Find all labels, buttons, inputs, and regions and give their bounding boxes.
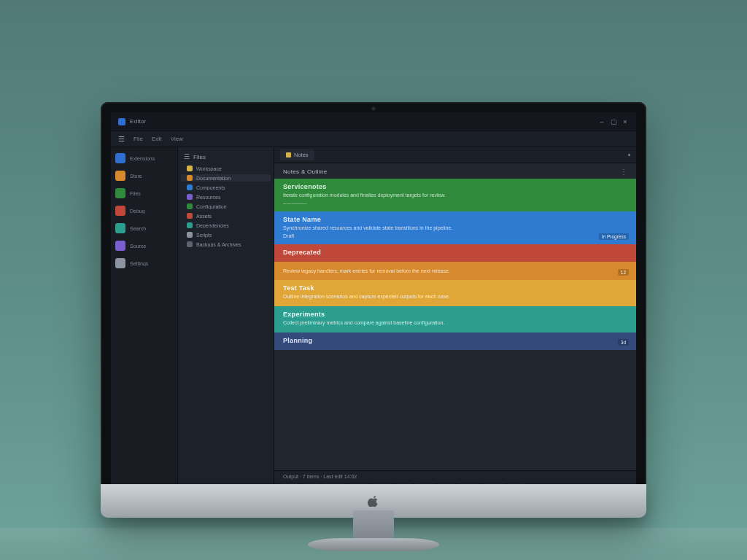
tree-item[interactable]: Backups & Archives bbox=[181, 241, 271, 248]
menu-item[interactable]: Edit bbox=[152, 136, 162, 142]
extensions-icon bbox=[115, 153, 125, 163]
tree-item[interactable]: Configuration bbox=[181, 203, 271, 210]
tree-label: Documentation bbox=[196, 176, 231, 181]
card-badge: 3d bbox=[618, 339, 629, 346]
card-subtext: Iterate configuration modules and finali… bbox=[283, 192, 627, 199]
camera-dot bbox=[371, 106, 376, 111]
explorer-header[interactable]: ☰ Files bbox=[181, 152, 271, 162]
activity-label: Store bbox=[130, 174, 142, 179]
folder-icon bbox=[187, 232, 193, 238]
content-card[interactable]: ExperimentsCollect preliminary metrics a… bbox=[274, 306, 636, 332]
search-icon bbox=[115, 223, 125, 233]
content-card[interactable]: Deprecated bbox=[274, 244, 636, 262]
content-card[interactable]: Test TaskOutline integration scenarios a… bbox=[274, 280, 636, 306]
tree-item[interactable]: Dependencies bbox=[181, 222, 271, 229]
folder-icon bbox=[187, 241, 193, 247]
folder-icon bbox=[187, 222, 193, 228]
card-title: Test Task bbox=[283, 284, 627, 292]
editor-area: Notes Notes & Outline ⋮ ServicenotesIter… bbox=[274, 147, 636, 497]
tab-label: Notes bbox=[294, 152, 309, 158]
document-title: Notes & Outline bbox=[283, 168, 328, 175]
folder-icon bbox=[187, 203, 193, 209]
editor-tab[interactable]: Notes bbox=[280, 149, 314, 160]
activity-item[interactable]: Source bbox=[115, 241, 173, 251]
menu-icon[interactable]: ☰ bbox=[118, 135, 125, 143]
activity-item[interactable]: Files bbox=[115, 188, 173, 198]
card-title: State Name bbox=[283, 216, 627, 223]
activity-item[interactable]: Debug bbox=[115, 206, 173, 216]
card-badge: 12 bbox=[618, 269, 629, 276]
top-menu: ☰ File Edit View bbox=[111, 131, 636, 147]
app-icon bbox=[118, 118, 125, 125]
card-title: Servicenotes bbox=[283, 183, 627, 190]
tree-item[interactable]: Workspace bbox=[181, 165, 271, 172]
card-subtext: Review legacy handlers; mark entries for… bbox=[283, 268, 627, 275]
window-minimize-button[interactable]: – bbox=[598, 118, 605, 125]
card-subtext-2: Draft bbox=[283, 233, 627, 238]
tab-overflow-icon[interactable] bbox=[628, 154, 630, 156]
content-card[interactable]: Planning3d bbox=[274, 332, 636, 350]
card-title: Experiments bbox=[283, 311, 627, 318]
window-title: Editor bbox=[130, 118, 147, 125]
settings-icon bbox=[115, 258, 125, 268]
tab-file-icon bbox=[286, 152, 291, 158]
card-badge: In Progress bbox=[599, 233, 629, 240]
tree-label: Assets bbox=[196, 214, 212, 219]
tree-item[interactable]: Assets bbox=[181, 212, 271, 219]
more-icon[interactable]: ⋮ bbox=[620, 168, 627, 176]
files-icon bbox=[115, 188, 125, 198]
tree-item[interactable]: Components bbox=[181, 184, 271, 191]
folder-icon bbox=[187, 194, 193, 200]
card-subtext-2: -------------- bbox=[283, 201, 627, 206]
monitor-stand-base bbox=[308, 538, 439, 551]
activity-label: Search bbox=[130, 226, 146, 231]
debug-icon bbox=[115, 206, 125, 216]
app-screen: Editor – ▢ × ☰ File Edit View Extensions… bbox=[111, 112, 636, 497]
activity-item[interactable]: Search bbox=[115, 223, 173, 233]
store-icon bbox=[115, 171, 125, 181]
menu-item[interactable]: View bbox=[171, 136, 183, 142]
tree-label: Configuration bbox=[196, 204, 227, 209]
apple-logo-icon bbox=[368, 495, 379, 507]
card-title: Deprecated bbox=[283, 249, 627, 256]
card-stack: ServicenotesIterate configuration module… bbox=[274, 179, 636, 470]
tree-label: Components bbox=[196, 185, 225, 190]
tree-item[interactable]: Documentation bbox=[181, 174, 271, 182]
activity-bar: ExtensionsStoreFilesDebugSearchSourceSet… bbox=[111, 147, 178, 497]
tree-label: Backups & Archives bbox=[196, 242, 241, 247]
folder-icon bbox=[187, 175, 193, 181]
tree-item[interactable]: Resources bbox=[181, 193, 271, 201]
window-close-button[interactable]: × bbox=[622, 118, 629, 125]
card-subtext: Collect preliminary metrics and compare … bbox=[283, 319, 627, 327]
tree-label: Scripts bbox=[196, 233, 212, 238]
window-titlebar: Editor – ▢ × bbox=[111, 112, 636, 131]
activity-label: Debug bbox=[130, 209, 145, 214]
content-card[interactable]: ServicenotesIterate configuration module… bbox=[274, 179, 636, 211]
activity-label: Extensions bbox=[130, 156, 155, 161]
activity-item[interactable]: Store bbox=[115, 171, 173, 181]
activity-label: Source bbox=[130, 244, 146, 249]
tab-bar: Notes bbox=[274, 147, 636, 163]
tree-label: Resources bbox=[196, 195, 220, 200]
file-tree: WorkspaceDocumentationComponentsResource… bbox=[181, 165, 271, 248]
activity-label: Settings bbox=[130, 261, 148, 266]
status-line: Output · 7 items · Last edit 14:02 bbox=[274, 470, 636, 481]
folder-icon bbox=[187, 184, 193, 190]
monitor-frame: Editor – ▢ × ☰ File Edit View Extensions… bbox=[101, 102, 646, 510]
content-card[interactable]: Review legacy handlers; mark entries for… bbox=[274, 262, 636, 281]
explorer-menu-icon: ☰ bbox=[184, 153, 190, 160]
menu-item[interactable]: File bbox=[133, 136, 143, 142]
tree-item[interactable]: Scripts bbox=[181, 231, 271, 238]
window-maximize-button[interactable]: ▢ bbox=[610, 118, 617, 125]
card-subtext: Synchronize shared resources and validat… bbox=[283, 225, 627, 232]
source-icon bbox=[115, 241, 125, 251]
card-title: Planning bbox=[283, 337, 627, 344]
activity-item[interactable]: Settings bbox=[115, 258, 173, 268]
card-subtext: Outline integration scenarios and captur… bbox=[283, 293, 627, 300]
tree-label: Workspace bbox=[196, 166, 222, 171]
content-card[interactable]: State NameSynchronize shared resources a… bbox=[274, 211, 636, 244]
explorer-title: Files bbox=[193, 154, 206, 160]
activity-label: Files bbox=[130, 191, 141, 196]
tree-label: Dependencies bbox=[196, 223, 229, 228]
activity-item[interactable]: Extensions bbox=[115, 153, 173, 163]
